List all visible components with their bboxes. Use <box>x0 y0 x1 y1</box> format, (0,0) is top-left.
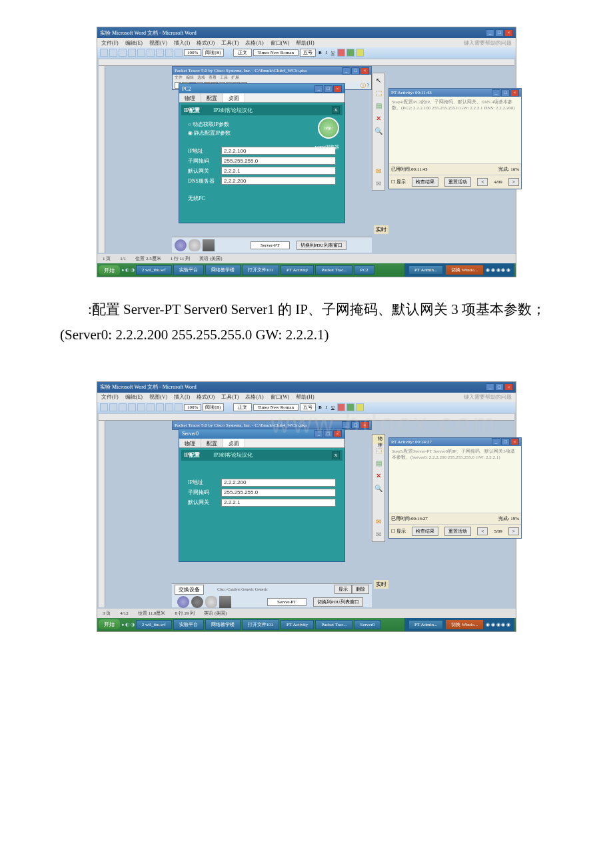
act-close[interactable]: × <box>510 438 519 445</box>
pc2-maximize[interactable]: □ <box>324 85 332 93</box>
tab-config[interactable]: 配置 <box>201 439 223 447</box>
read-mode[interactable]: 阅读(B) <box>203 49 223 57</box>
size-dropdown[interactable]: 五号 <box>300 403 316 411</box>
maximize-button[interactable]: □ <box>495 29 504 37</box>
menu-insert[interactable]: 插入(I) <box>174 39 190 47</box>
tab-physical[interactable]: 物理 <box>179 93 201 102</box>
style-dropdown[interactable]: 正文 <box>233 403 252 411</box>
task-item[interactable]: 实验平台 <box>173 619 204 630</box>
menu-view[interactable]: 视图(V) <box>149 393 167 401</box>
menu-tools[interactable]: 工具(T) <box>221 393 239 401</box>
pt-menu-edit[interactable]: 编辑 <box>186 75 194 81</box>
realtime-tab[interactable]: 实时 <box>374 225 388 234</box>
server0-maximize[interactable]: □ <box>324 430 332 437</box>
pt-menu-view[interactable]: 查看 <box>209 75 217 81</box>
delete-tool-icon[interactable]: ✕ <box>372 112 384 124</box>
menu-edit[interactable]: 编辑(E) <box>125 39 143 47</box>
tray-icons[interactable]: ◉ ◉ ◉ ◉ ◉ <box>486 267 510 273</box>
show-checkbox[interactable]: 显示 <box>396 179 406 185</box>
task-item[interactable]: Server0 <box>354 620 380 629</box>
menu-window[interactable]: 窗口(W) <box>271 393 290 401</box>
pt-help-icon[interactable]: ? <box>366 83 369 89</box>
move-tool-icon[interactable]: ⬚ <box>372 87 384 99</box>
prev-button[interactable]: < <box>477 178 488 186</box>
tray-item[interactable]: PT Admin... <box>408 620 443 629</box>
italic-icon[interactable]: I <box>324 50 328 55</box>
prev-button[interactable]: < <box>477 527 488 535</box>
next-button[interactable]: > <box>508 527 519 535</box>
highlight-icon[interactable] <box>337 403 345 411</box>
inspect-tool-icon[interactable]: 🔍 <box>372 125 384 137</box>
ip-config-close[interactable]: X <box>332 106 340 114</box>
task-item[interactable]: PT Activity <box>281 620 314 629</box>
show-button[interactable]: 显示 <box>334 585 352 594</box>
menu-help[interactable]: 帮助(H) <box>296 39 314 47</box>
check-result-button[interactable]: 检查结果 <box>412 177 438 187</box>
pt-close[interactable]: × <box>360 421 369 429</box>
device-cloud-icon[interactable] <box>205 596 217 608</box>
next-button[interactable]: > <box>508 178 519 186</box>
open-icon[interactable] <box>109 403 117 411</box>
envelope-tool-icon[interactable]: ✉ <box>372 165 384 177</box>
menu-window[interactable]: 窗口(W) <box>271 39 290 47</box>
note-tool-icon[interactable]: ▤ <box>372 99 384 111</box>
subnet-mask-input[interactable] <box>221 489 336 497</box>
pt-minimize[interactable]: _ <box>342 421 350 429</box>
envelope-tool-icon[interactable]: ✉ <box>372 516 384 528</box>
maximize-button[interactable]: □ <box>495 383 504 391</box>
bold-icon[interactable]: B <box>317 405 323 410</box>
close-button[interactable]: × <box>504 29 513 37</box>
pt-menu-tools[interactable]: 工具 <box>220 75 228 81</box>
pt-menu-ext[interactable]: 扩展 <box>231 75 239 81</box>
tray-item[interactable]: 切换 Windo... <box>445 265 484 275</box>
task-item[interactable]: 网络教学楼 <box>205 619 241 630</box>
reset-button[interactable]: 重置活动 <box>444 177 471 187</box>
task-item[interactable]: Packet Trac... <box>315 265 352 275</box>
task-item[interactable]: 网络教学楼 <box>205 265 241 275</box>
menu-help[interactable]: 帮助(H) <box>296 393 314 401</box>
menu-format[interactable]: 格式(O) <box>197 39 215 47</box>
radio-static[interactable]: ◉ 静态配置IP参数 <box>188 129 336 137</box>
task-item[interactable]: 实验平台 <box>173 265 204 275</box>
tab-desktop[interactable]: 桌面 <box>223 439 245 447</box>
dns-input[interactable] <box>221 177 336 185</box>
new-icon[interactable] <box>100 49 108 57</box>
paste-icon[interactable] <box>156 403 164 411</box>
task-item[interactable]: PC2 <box>354 265 374 275</box>
select-tool-icon[interactable]: ⬚ <box>372 445 384 457</box>
minimize-button[interactable]: _ <box>486 29 494 37</box>
subnet-mask-input[interactable] <box>221 157 336 165</box>
read-mode[interactable]: 阅读(B) <box>203 403 223 411</box>
tray-item[interactable]: PT Admin... <box>408 265 443 275</box>
device-router-icon[interactable] <box>177 596 189 608</box>
tab-physical[interactable]: 物理 <box>179 439 201 447</box>
delete-tool-icon[interactable]: ✕ <box>372 470 384 482</box>
note-tool-icon[interactable]: ▤ <box>372 457 384 469</box>
open-icon[interactable] <box>109 49 117 57</box>
ip-config-close[interactable]: X <box>332 451 340 459</box>
ip-address-input[interactable] <box>221 479 336 487</box>
font-dropdown[interactable]: Times New Roman <box>253 404 299 411</box>
menu-file[interactable]: 文件(F) <box>101 39 119 47</box>
task-item[interactable]: 2 wil_tbu.wf <box>136 265 172 275</box>
pt-menu-options[interactable]: 选项 <box>197 75 205 81</box>
font-dropdown[interactable]: Times New Roman <box>253 49 299 56</box>
highlight-icon[interactable] <box>337 49 345 57</box>
envelope-open-tool-icon[interactable]: ✉ <box>372 177 384 189</box>
pt-menu-file[interactable]: 文件 <box>175 75 183 81</box>
copy-icon[interactable] <box>147 49 155 57</box>
start-button[interactable]: 开始 <box>99 265 120 275</box>
menu-tools[interactable]: 工具(T) <box>221 39 239 47</box>
save-icon[interactable] <box>119 403 127 411</box>
gateway-input[interactable] <box>221 167 336 175</box>
check-result-button[interactable]: 检查结果 <box>412 527 438 536</box>
device-router-icon[interactable] <box>175 239 187 251</box>
tab-config[interactable]: 配置 <box>201 93 223 102</box>
tray-icons[interactable]: ◉ ◉ ◉ ◉ ◉ <box>486 622 510 627</box>
act-maximize[interactable]: □ <box>501 438 510 445</box>
pt-info-icon[interactable]: ⓘ <box>360 82 366 89</box>
border-icon[interactable] <box>346 403 354 411</box>
task-item[interactable]: 打开文件101 <box>242 265 280 275</box>
task-item[interactable]: 2 wil_tbu.wf <box>136 620 172 629</box>
act-minimize[interactable]: _ <box>492 89 500 97</box>
